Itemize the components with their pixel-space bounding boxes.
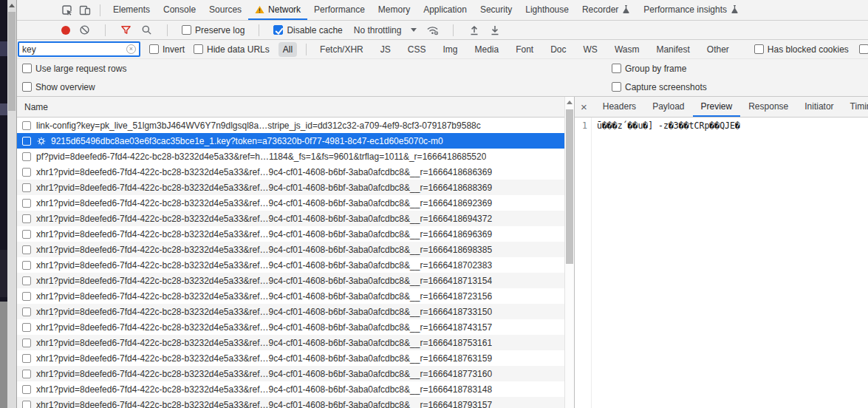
table-row[interactable]: xhr1?pvid=8deefed6-7fd4-422c-bc28-b3232d…	[17, 366, 574, 381]
invert-checkbox[interactable]: Invert	[149, 44, 185, 55]
table-row[interactable]: 9215d65496dbc8ae03e6f3cac35bce1e_1.key?t…	[17, 133, 574, 149]
filter-type-ws[interactable]: WS	[579, 42, 602, 57]
table-row[interactable]: link-config?key=pk_live_51lgm3bJ464WV6Y7…	[17, 118, 574, 133]
filter-type-other[interactable]: Other	[703, 42, 734, 57]
table-row[interactable]: xhr1?pvid=8deefed6-7fd4-422c-bc28-b3232d…	[17, 350, 574, 366]
tab-memory[interactable]: Memory	[372, 0, 417, 20]
search-icon[interactable]	[140, 24, 153, 36]
disable-cache-checkbox[interactable]: Disable cache	[273, 25, 342, 35]
row-checkbox[interactable]	[22, 307, 31, 316]
table-row[interactable]: xhr1?pvid=8deefed6-7fd4-422c-bc28-b3232d…	[17, 180, 574, 195]
row-checkbox[interactable]	[22, 230, 31, 239]
row-checkbox[interactable]	[22, 354, 31, 363]
row-checkbox[interactable]	[22, 292, 31, 301]
row-checkbox[interactable]	[22, 121, 31, 130]
row-checkbox[interactable]	[22, 401, 31, 408]
table-row[interactable]: xhr1?pvid=8deefed6-7fd4-422c-bc28-b3232d…	[17, 164, 574, 180]
scroll-up-arrow-icon[interactable]	[567, 101, 573, 104]
network-conditions-icon[interactable]	[426, 24, 439, 36]
table-row[interactable]: xhr1?pvid=8deefed6-7fd4-422c-bc28-b3232d…	[17, 304, 574, 319]
filter-type-wasm[interactable]: Wasm	[610, 42, 644, 57]
row-checkbox[interactable]	[22, 137, 31, 146]
clear-filter-icon[interactable]: ×	[126, 44, 136, 54]
detail-tab-payload[interactable]: Payload	[644, 97, 692, 117]
export-har-icon[interactable]	[488, 24, 501, 36]
detail-tab-preview[interactable]: Preview	[693, 97, 741, 117]
detail-tab-headers[interactable]: Headers	[595, 97, 644, 117]
capture-screenshots-checkbox[interactable]: Capture screenshots	[612, 82, 707, 92]
row-checkbox[interactable]	[22, 245, 31, 254]
table-row[interactable]: xhr1?pvid=8deefed6-7fd4-422c-bc28-b3232d…	[17, 273, 574, 288]
tab-performance[interactable]: Performance	[307, 0, 372, 20]
row-checkbox[interactable]	[22, 276, 31, 285]
import-har-icon[interactable]	[468, 24, 480, 36]
table-row[interactable]: xhr1?pvid=8deefed6-7fd4-422c-bc28-b3232d…	[17, 257, 574, 273]
use-large-request-rows-checkbox[interactable]: Use large request rows	[22, 64, 126, 74]
table-row[interactable]: xhr1?pvid=8deefed6-7fd4-422c-bc28-b3232d…	[17, 319, 574, 335]
row-checkbox[interactable]	[22, 339, 31, 347]
filter-type-js[interactable]: JS	[376, 42, 395, 57]
inspect-element-icon[interactable]	[58, 1, 76, 19]
filter-type-font[interactable]: Font	[511, 42, 538, 57]
tab-sources[interactable]: Sources	[202, 0, 248, 20]
preserve-log-checkbox[interactable]: Preserve log	[182, 25, 245, 35]
filter-type-img[interactable]: Img	[438, 42, 462, 57]
requests-scrollbar-thumb[interactable]	[566, 109, 573, 264]
row-checkbox[interactable]	[22, 152, 31, 161]
table-row[interactable]: xhr1?pvid=8deefed6-7fd4-422c-bc28-b3232d…	[17, 242, 574, 257]
record-button[interactable]	[61, 26, 70, 35]
filter-icon[interactable]	[120, 24, 132, 36]
filter-type-doc[interactable]: Doc	[546, 42, 570, 57]
scroll-up-arrow-icon[interactable]	[9, 4, 15, 7]
tab-application[interactable]: Application	[417, 0, 474, 20]
show-overview-checkbox[interactable]: Show overview	[22, 82, 95, 92]
filter-type-css[interactable]: CSS	[403, 42, 431, 57]
page-scrollbar[interactable]	[7, 0, 17, 408]
filter-type-fetch-xhr[interactable]: Fetch/XHR	[315, 42, 368, 57]
row-checkbox[interactable]	[22, 261, 31, 270]
blocked-requests-checkbox[interactable]: Blocked Requests	[859, 44, 868, 55]
tab-security[interactable]: Security	[474, 0, 519, 20]
request-name: xhr1?pvid=8deefed6-7fd4-422c-bc28-b3232d…	[36, 167, 492, 177]
close-panel-button[interactable]: ×	[581, 101, 587, 112]
has-blocked-cookies-checkbox[interactable]: Has blocked cookies	[754, 44, 849, 55]
throttling-caret-icon[interactable]	[411, 28, 417, 32]
tab-recorder[interactable]: Recorder	[575, 0, 637, 20]
hide-data-urls-checkbox[interactable]: Hide data URLs	[194, 44, 270, 55]
table-row[interactable]: xhr1?pvid=8deefed6-7fd4-422c-bc28-b3232d…	[17, 381, 574, 397]
requests-scrollbar[interactable]	[564, 97, 574, 408]
detail-tab-response[interactable]: Response	[740, 97, 796, 117]
table-row[interactable]: xhr1?pvid=8deefed6-7fd4-422c-bc28-b3232d…	[17, 397, 574, 408]
tab-console[interactable]: Console	[157, 0, 202, 20]
table-row[interactable]: xhr1?pvid=8deefed6-7fd4-422c-bc28-b3232d…	[17, 288, 574, 304]
filter-type-all[interactable]: All	[278, 42, 297, 57]
row-checkbox[interactable]	[22, 168, 31, 177]
table-row[interactable]: xhr1?pvid=8deefed6-7fd4-422c-bc28-b3232d…	[17, 211, 574, 226]
row-checkbox[interactable]	[22, 199, 31, 208]
detail-tab-timing[interactable]: Timing	[842, 97, 868, 117]
table-row[interactable]: xhr1?pvid=8deefed6-7fd4-422c-bc28-b3232d…	[17, 195, 574, 211]
throttling-select[interactable]: No throttling	[354, 25, 402, 35]
page-scrollbar-thumb[interactable]	[8, 12, 16, 111]
group-by-frame-checkbox[interactable]: Group by frame	[612, 64, 686, 74]
row-checkbox[interactable]	[22, 385, 31, 394]
filter-input[interactable]: key ×	[18, 41, 140, 57]
tab-network[interactable]: Network	[248, 0, 307, 20]
row-checkbox[interactable]	[22, 323, 31, 332]
table-row[interactable]: pf?pvid=8deefed6-7fd4-422c-bc28-b3232d4e…	[17, 149, 574, 164]
filter-type-media[interactable]: Media	[470, 42, 503, 57]
tab-performance-insights[interactable]: Performance insights	[637, 0, 745, 20]
row-checkbox[interactable]	[22, 183, 31, 192]
detail-tab-initiator[interactable]: Initiator	[796, 97, 841, 117]
filter-type-manifest[interactable]: Manifest	[652, 42, 694, 57]
table-row[interactable]: xhr1?pvid=8deefed6-7fd4-422c-bc28-b3232d…	[17, 226, 574, 242]
tab-lighthouse[interactable]: Lighthouse	[519, 0, 575, 20]
tab-elements[interactable]: Elements	[106, 0, 157, 20]
checkbox-box	[754, 44, 764, 54]
clear-icon[interactable]	[78, 24, 91, 36]
table-row[interactable]: xhr1?pvid=8deefed6-7fd4-422c-bc28-b3232d…	[17, 335, 574, 350]
row-checkbox[interactable]	[22, 214, 31, 223]
device-toolbar-icon[interactable]	[76, 1, 94, 19]
name-column-header[interactable]: Name	[17, 97, 574, 118]
row-checkbox[interactable]	[22, 370, 31, 378]
